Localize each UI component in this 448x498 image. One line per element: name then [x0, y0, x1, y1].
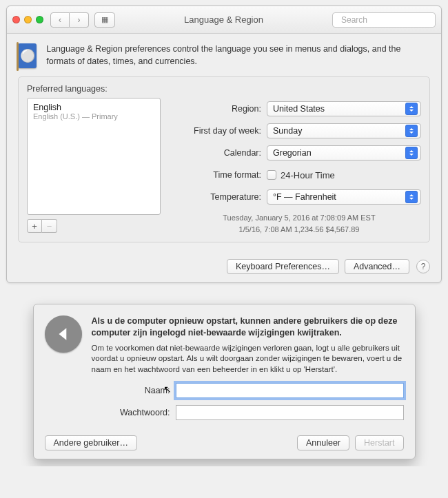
example-line1: Tuesday, January 5, 2016 at 7:08:09 AM E… — [177, 212, 421, 224]
dialog-headline: Als u de computer opnieuw opstart, kunne… — [92, 315, 404, 339]
minimize-window-icon[interactable] — [24, 16, 32, 23]
close-window-icon[interactable] — [12, 16, 20, 23]
timeformat-checkbox[interactable] — [267, 170, 276, 180]
timeformat-cb-label: 24-Hour Time — [281, 170, 335, 180]
popup-arrows-icon — [405, 191, 418, 203]
restart-auth-dialog: Als u de computer opnieuw opstart, kunne… — [33, 304, 416, 459]
add-language-button[interactable]: + — [27, 219, 42, 233]
back-button[interactable]: ‹ — [50, 12, 70, 28]
firstday-popup[interactable]: Sunday — [267, 123, 421, 138]
intro-row: ⚪ Language & Region preferences control … — [18, 43, 430, 68]
password-label: Wachtwoord: — [45, 408, 176, 417]
firstday-value: Sunday — [273, 126, 302, 136]
bottom-buttons: Keyboard Preferences… Advanced… ? — [7, 251, 441, 282]
dialog-body: Om te voorkomen dat niet-bewaarde wijzig… — [92, 343, 404, 375]
timeformat-checkbox-wrap[interactable]: 24-Hour Time — [267, 170, 335, 180]
popup-arrows-icon — [405, 125, 418, 137]
name-input[interactable] — [176, 383, 404, 398]
example-line2: 1/5/16, 7:08 AM 1,234.56 $4,567.89 — [177, 224, 421, 236]
grid-icon: ▦ — [101, 15, 108, 24]
search-field-wrap[interactable] — [332, 12, 436, 28]
firstday-label: First day of week: — [177, 126, 267, 136]
password-input[interactable] — [176, 405, 404, 420]
language-item-sub: English (U.S.) — Primary — [33, 112, 154, 121]
language-region-window: ‹ › ▦ Language & Region ⚪ Language & Reg… — [6, 6, 442, 283]
language-list[interactable]: English English (U.S.) — Primary — [27, 98, 161, 215]
back-triangle-icon — [45, 315, 82, 353]
temperature-label: Temperature: — [177, 192, 267, 202]
calendar-value: Gregorian — [273, 148, 312, 158]
timeformat-label: Time format: — [177, 170, 267, 180]
help-button[interactable]: ? — [416, 260, 430, 273]
search-input[interactable] — [340, 14, 446, 25]
popup-arrows-icon — [405, 103, 418, 115]
intro-text: Language & Region preferences control th… — [46, 43, 430, 68]
restart-button[interactable]: Herstart — [355, 435, 403, 450]
traffic-lights — [12, 16, 43, 23]
keyboard-preferences-button[interactable]: Keyboard Preferences… — [227, 259, 339, 274]
un-flag-icon: ⚪ — [18, 43, 37, 68]
show-all-button[interactable]: ▦ — [94, 12, 115, 28]
popup-arrows-icon — [405, 147, 418, 159]
forward-button[interactable]: › — [70, 12, 89, 28]
remove-language-button[interactable]: − — [42, 219, 57, 233]
format-examples: Tuesday, January 5, 2016 at 7:08:09 AM E… — [177, 212, 421, 235]
calendar-popup[interactable]: Gregorian — [267, 145, 421, 160]
region-label: Region: — [177, 104, 267, 114]
preferred-languages-label: Preferred languages: — [27, 84, 421, 94]
temperature-popup[interactable]: °F — Fahrenheit — [267, 189, 421, 205]
nav-buttons: ‹ › — [50, 12, 89, 28]
window-title: Language & Region — [115, 14, 332, 25]
zoom-window-icon[interactable] — [36, 16, 43, 23]
advanced-button[interactable]: Advanced… — [345, 259, 409, 274]
other-user-button[interactable]: Andere gebruiker… — [45, 435, 137, 450]
temperature-value: °F — Fahrenheit — [273, 192, 336, 202]
settings-panel: Preferred languages: English English (U.… — [18, 76, 430, 242]
titlebar: ‹ › ▦ Language & Region — [7, 6, 441, 34]
calendar-label: Calendar: — [177, 148, 267, 158]
region-value: United States — [273, 104, 325, 114]
cancel-button[interactable]: Annuleer — [297, 435, 349, 450]
language-item-name: English — [33, 103, 154, 112]
region-popup[interactable]: United States — [267, 101, 421, 116]
name-label: Naam: — [45, 386, 176, 395]
